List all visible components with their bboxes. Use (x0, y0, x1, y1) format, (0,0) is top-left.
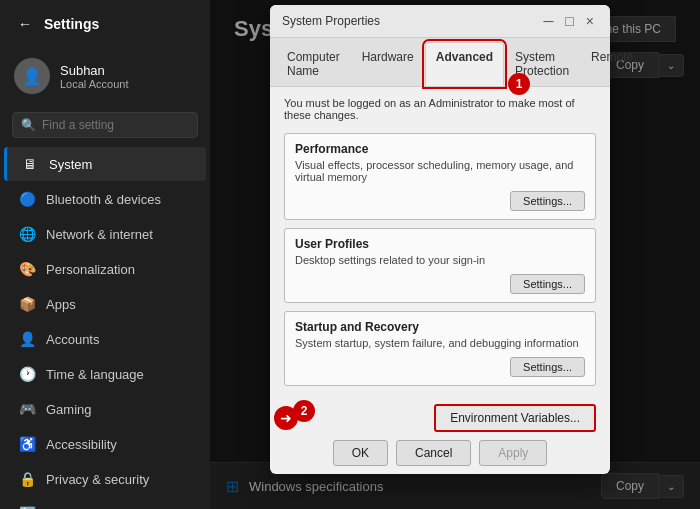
user-profiles-desc: Desktop settings related to your sign-in (295, 254, 585, 266)
sidebar-item-personalization[interactable]: 🎨 Personalization (4, 252, 206, 286)
sidebar-header: ← Settings (0, 0, 210, 48)
performance-section: Performance Visual effects, processor sc… (284, 133, 596, 220)
sidebar-item-label: Privacy & security (46, 472, 149, 487)
user-name: Subhan (60, 63, 129, 78)
search-bar[interactable]: 🔍 (12, 112, 198, 138)
personalization-icon: 🎨 (18, 260, 36, 278)
dialog-body: You must be logged on as an Administrato… (270, 87, 610, 396)
sidebar-item-time[interactable]: 🕐 Time & language (4, 357, 206, 391)
env-vars-button[interactable]: Environment Variables... (434, 404, 596, 432)
env-vars-row: ➜ 2 Environment Variables... (284, 404, 596, 432)
sidebar-item-accessibility[interactable]: ♿ Accessibility (4, 427, 206, 461)
sidebar-item-privacy[interactable]: 🔒 Privacy & security (4, 462, 206, 496)
dialog-close-button[interactable]: × (582, 13, 598, 29)
dialog-overlay: 1 System Properties ─ □ × Computer Name … (210, 0, 700, 509)
sidebar-item-label: Personalization (46, 262, 135, 277)
dialog-maximize[interactable]: □ (561, 13, 577, 29)
user-profiles-settings-btn[interactable]: Settings... (510, 274, 585, 294)
sidebar-item-label: Gaming (46, 402, 92, 417)
dialog-title: System Properties (282, 14, 380, 28)
network-icon: 🌐 (18, 225, 36, 243)
dialog-titlebar: System Properties ─ □ × (270, 5, 610, 38)
bluetooth-icon: 🔵 (18, 190, 36, 208)
sidebar-item-accounts[interactable]: 👤 Accounts (4, 322, 206, 356)
tab-computer-name[interactable]: Computer Name (276, 42, 351, 86)
ok-button[interactable]: OK (333, 440, 388, 466)
accessibility-icon: ♿ (18, 435, 36, 453)
sidebar-item-label: Accessibility (46, 437, 117, 452)
step2-number: 2 (293, 400, 315, 422)
tab-remote[interactable]: Remote (580, 42, 644, 86)
tab-advanced[interactable]: Advanced (425, 42, 504, 86)
user-info: Subhan Local Account (60, 63, 129, 90)
user-section: 👤 Subhan Local Account (0, 48, 210, 104)
user-profiles-section: User Profiles Desktop settings related t… (284, 228, 596, 303)
sidebar: ← Settings 👤 Subhan Local Account 🔍 🖥 Sy… (0, 0, 210, 509)
startup-title: Startup and Recovery (295, 320, 585, 334)
step2-badge: ➜ 2 (274, 406, 315, 430)
user-role: Local Account (60, 78, 129, 90)
user-profiles-title: User Profiles (295, 237, 585, 251)
sidebar-item-system[interactable]: 🖥 System (4, 147, 206, 181)
accounts-icon: 👤 (18, 330, 36, 348)
startup-settings-btn[interactable]: Settings... (510, 357, 585, 377)
time-icon: 🕐 (18, 365, 36, 383)
back-button[interactable]: ← (14, 12, 36, 36)
apps-icon: 📦 (18, 295, 36, 313)
cancel-button[interactable]: Cancel (396, 440, 471, 466)
performance-title: Performance (295, 142, 585, 156)
dialog-warning: You must be logged on as an Administrato… (284, 97, 596, 121)
dialog-minimize[interactable]: ─ (539, 13, 557, 29)
startup-desc: System startup, system failure, and debu… (295, 337, 585, 349)
tab-hardware[interactable]: Hardware (351, 42, 425, 86)
dialog-footer: ➜ 2 Environment Variables... OK Cancel A… (270, 396, 610, 474)
dialog-tabs: Computer Name Hardware Advanced System P… (270, 38, 610, 87)
sidebar-item-bluetooth[interactable]: 🔵 Bluetooth & devices (4, 182, 206, 216)
step1-badge: 1 (508, 73, 530, 95)
sidebar-item-windows-update[interactable]: 🔄 Windows Update (4, 497, 206, 509)
sidebar-title: Settings (44, 16, 99, 32)
sidebar-item-label: Apps (46, 297, 76, 312)
startup-section: Startup and Recovery System startup, sys… (284, 311, 596, 386)
gaming-icon: 🎮 (18, 400, 36, 418)
apply-button[interactable]: Apply (479, 440, 547, 466)
sidebar-item-label: Accounts (46, 332, 99, 347)
sidebar-item-network[interactable]: 🌐 Network & internet (4, 217, 206, 251)
sidebar-item-label: Network & internet (46, 227, 153, 242)
performance-desc: Visual effects, processor scheduling, me… (295, 159, 585, 183)
search-input[interactable] (42, 118, 189, 132)
sidebar-item-apps[interactable]: 📦 Apps (4, 287, 206, 321)
performance-settings-btn[interactable]: Settings... (510, 191, 585, 211)
main-content: System > About Rename this PC Copy ⌄ ⊞ W… (210, 0, 700, 509)
windows-update-icon: 🔄 (18, 505, 36, 509)
sidebar-item-label: Bluetooth & devices (46, 192, 161, 207)
search-icon: 🔍 (21, 118, 36, 132)
dialog-action-buttons: OK Cancel Apply (284, 440, 596, 466)
sidebar-item-label: Time & language (46, 367, 144, 382)
avatar: 👤 (14, 58, 50, 94)
privacy-icon: 🔒 (18, 470, 36, 488)
sidebar-item-label: System (49, 157, 92, 172)
system-properties-dialog: 1 System Properties ─ □ × Computer Name … (270, 5, 610, 474)
nav-list: 🖥 System 🔵 Bluetooth & devices 🌐 Network… (0, 146, 210, 509)
sidebar-item-gaming[interactable]: 🎮 Gaming (4, 392, 206, 426)
system-icon: 🖥 (21, 155, 39, 173)
